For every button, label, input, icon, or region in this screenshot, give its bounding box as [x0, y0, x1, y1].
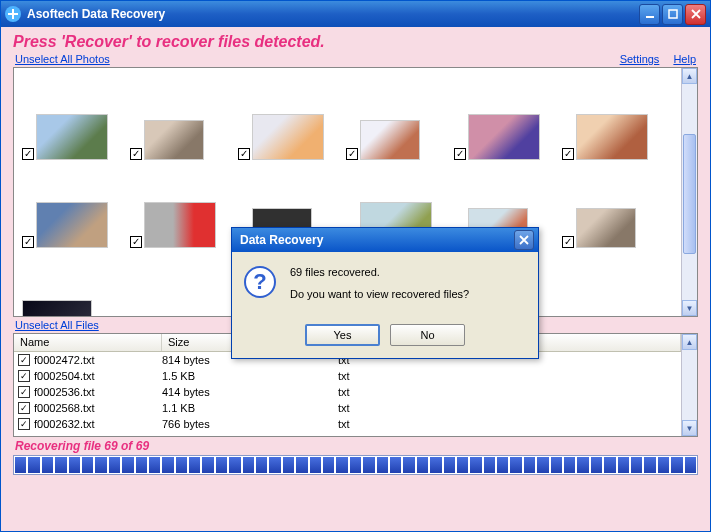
dialog-line2: Do you want to view recovered files? [290, 288, 526, 300]
progress-segment [269, 457, 280, 473]
table-row[interactable]: ✓f0002536.txt414 bytestxt [14, 384, 681, 400]
settings-link[interactable]: Settings [620, 53, 660, 65]
recovery-dialog: Data Recovery ? 69 files recovered. Do y… [231, 227, 539, 359]
photo-item[interactable]: ✓ [450, 76, 558, 164]
main-window: Asoftech Data Recovery Press 'Recover' t… [0, 0, 711, 532]
no-button[interactable]: No [390, 324, 465, 346]
scroll-down-button[interactable]: ▼ [682, 420, 697, 436]
progress-segment [296, 457, 307, 473]
progress-segment [336, 457, 347, 473]
unselect-all-photos-link[interactable]: Unselect All Photos [15, 53, 110, 65]
photo-checkbox[interactable]: ✓ [238, 148, 250, 160]
progress-segment [69, 457, 80, 473]
minimize-button[interactable] [639, 4, 660, 25]
progress-segment [537, 457, 548, 473]
photo-checkbox[interactable]: ✓ [22, 148, 34, 160]
photo-thumbnail [144, 120, 204, 160]
photo-thumbnail [36, 202, 108, 248]
photo-thumbnail [360, 120, 420, 160]
file-checkbox[interactable]: ✓ [18, 418, 30, 430]
progress-segment [189, 457, 200, 473]
photo-thumbnail [252, 114, 324, 160]
photo-item[interactable]: ✓ [342, 76, 450, 164]
progress-segment [256, 457, 267, 473]
scroll-up-button[interactable]: ▲ [682, 68, 697, 84]
photo-checkbox[interactable]: ✓ [130, 236, 142, 248]
scroll-thumb[interactable] [683, 134, 696, 254]
progress-segment [42, 457, 53, 473]
file-table-body: ✓f0002472.txt814 bytestxt✓f0002504.txt1.… [14, 352, 681, 432]
table-row[interactable]: ✓f0002504.txt1.5 KBtxt [14, 368, 681, 384]
photo-item[interactable]: ✓ [126, 164, 234, 252]
progress-segment [591, 457, 602, 473]
progress-segment [350, 457, 361, 473]
file-extension: txt [338, 370, 488, 382]
progress-segment [122, 457, 133, 473]
svg-rect-0 [646, 16, 654, 18]
yes-button[interactable]: Yes [305, 324, 380, 346]
file-checkbox[interactable]: ✓ [18, 370, 30, 382]
photo-item[interactable]: ✓ [558, 164, 666, 252]
photo-scrollbar[interactable]: ▲ ▼ [681, 68, 697, 316]
photo-item[interactable]: ✓ [18, 164, 126, 252]
photo-checkbox[interactable]: ✓ [454, 148, 466, 160]
progress-segment [95, 457, 106, 473]
file-size: 1.5 KB [162, 370, 338, 382]
table-row[interactable]: ✓f0002632.txt766 bytestxt [14, 416, 681, 432]
scroll-track[interactable] [682, 84, 697, 300]
photo-item[interactable]: ✓ [18, 76, 126, 164]
progress-segment [510, 457, 521, 473]
dialog-close-button[interactable] [514, 230, 534, 250]
photo-item[interactable]: ✓ [234, 76, 342, 164]
progress-segment [55, 457, 66, 473]
scroll-track[interactable] [682, 350, 697, 420]
photo-checkbox[interactable]: ✓ [130, 148, 142, 160]
column-header-name[interactable]: Name [14, 334, 162, 351]
dialog-titlebar: Data Recovery [232, 228, 538, 252]
progress-segment [644, 457, 655, 473]
photo-checkbox[interactable]: ✓ [346, 148, 358, 160]
file-size: 1.1 KB [162, 402, 338, 414]
photo-thumbnail [22, 300, 92, 316]
file-scrollbar[interactable]: ▲ ▼ [681, 334, 697, 436]
photo-item[interactable] [18, 252, 126, 316]
table-row[interactable]: ✓f0002568.txt1.1 KBtxt [14, 400, 681, 416]
photo-checkbox[interactable]: ✓ [562, 236, 574, 248]
progress-segment [243, 457, 254, 473]
file-checkbox[interactable]: ✓ [18, 386, 30, 398]
progress-segment [658, 457, 669, 473]
file-checkbox[interactable]: ✓ [18, 354, 30, 366]
help-link[interactable]: Help [673, 53, 696, 65]
progress-segment [310, 457, 321, 473]
window-title: Asoftech Data Recovery [27, 7, 639, 21]
progress-segment [28, 457, 39, 473]
progress-segment [631, 457, 642, 473]
file-checkbox[interactable]: ✓ [18, 402, 30, 414]
scroll-up-button[interactable]: ▲ [682, 334, 697, 350]
maximize-button[interactable] [662, 4, 683, 25]
progress-segment [377, 457, 388, 473]
close-button[interactable] [685, 4, 706, 25]
file-extension: txt [338, 386, 488, 398]
progress-segment [457, 457, 468, 473]
svg-rect-1 [669, 10, 677, 18]
dialog-buttons: Yes No [232, 318, 538, 358]
file-size: 766 bytes [162, 418, 338, 430]
progress-segment [216, 457, 227, 473]
progress-segment [15, 457, 26, 473]
progress-segment [497, 457, 508, 473]
scroll-down-button[interactable]: ▼ [682, 300, 697, 316]
unselect-all-files-link[interactable]: Unselect All Files [15, 319, 99, 331]
progress-segment [551, 457, 562, 473]
photo-thumbnail [468, 114, 540, 160]
file-name: f0002472.txt [34, 354, 162, 366]
photo-item[interactable]: ✓ [126, 76, 234, 164]
progress-segment [229, 457, 240, 473]
photo-checkbox[interactable]: ✓ [22, 236, 34, 248]
progress-segment [149, 457, 160, 473]
photo-checkbox[interactable]: ✓ [562, 148, 574, 160]
question-icon: ? [244, 266, 276, 298]
progress-segment [176, 457, 187, 473]
photo-item[interactable]: ✓ [558, 76, 666, 164]
photo-thumbnail [576, 208, 636, 248]
